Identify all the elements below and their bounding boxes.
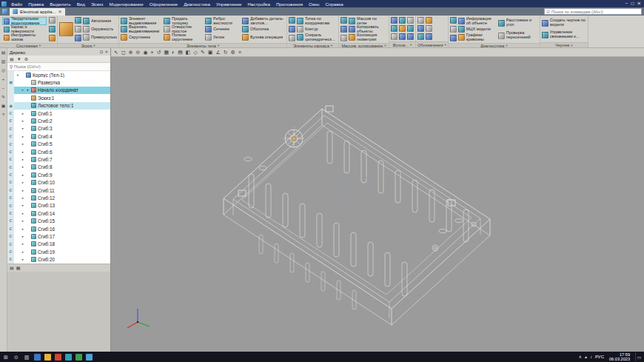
tree-row[interactable]: Є ▸ Сгиб:20 xyxy=(7,255,110,263)
tree-row[interactable]: Є ▸ Сгиб:11 xyxy=(7,187,110,194)
roughness-icon[interactable] xyxy=(426,17,432,24)
menu-window[interactable]: Окно xyxy=(306,1,322,7)
measure-icon[interactable]: ∠ xyxy=(215,50,220,55)
macros-icon[interactable] xyxy=(49,35,56,41)
menu-view[interactable]: Вид xyxy=(74,1,88,7)
update-icon[interactable] xyxy=(49,17,56,24)
tree-close-icon[interactable]: ✕ xyxy=(104,50,108,54)
tree-row-gutter-icon[interactable]: Є xyxy=(7,255,14,263)
spline-icon[interactable] xyxy=(75,17,81,24)
full-fillet-button[interactable]: Полное скругление xyxy=(164,33,204,41)
array-circular-icon[interactable] xyxy=(341,35,347,41)
zoom-all-icon[interactable]: ◉ xyxy=(143,50,147,55)
tree-row[interactable]: Є ▸ Сгиб:18 xyxy=(7,241,110,248)
tree-row[interactable]: Є ▸ Сгиб:6 xyxy=(7,148,110,155)
notification-center-icon[interactable]: ▭ xyxy=(635,352,643,361)
zoom-in-icon[interactable]: ⊕ xyxy=(129,50,133,55)
cut-extrude-button[interactable]: Вырезать выдавливанием xyxy=(121,25,162,33)
tree-row-caret[interactable]: ▸ xyxy=(21,142,25,146)
tree-row[interactable]: Є ▸ Сгиб:19 xyxy=(7,248,110,255)
object-info-button[interactable]: Информация об объекте xyxy=(458,17,497,25)
simple-hole-button[interactable]: Отверстие простое xyxy=(164,25,204,33)
mode-solid-modeling[interactable]: Твердотельное моделирование xyxy=(2,17,47,25)
curvature-graphs-button[interactable]: Графики кривизны xyxy=(458,33,497,41)
tree-row-gutter-icon[interactable]: Є xyxy=(7,164,14,171)
copy-objects-button[interactable]: Копировать объекты xyxy=(349,25,387,33)
tree-row[interactable]: Є ▸ Сгиб:10 xyxy=(7,178,110,186)
draft-button[interactable]: Уклон xyxy=(205,33,241,41)
measure3d-icon[interactable] xyxy=(450,17,457,24)
tree-row[interactable]: ◉ Развертка xyxy=(7,78,110,86)
point-group-icon[interactable] xyxy=(407,17,414,24)
axis-icon[interactable] xyxy=(289,17,295,24)
document-tab[interactable]: Electrical applia... ✕ xyxy=(10,8,65,16)
taskbar-clock[interactable]: 17:59 06.03.2023 xyxy=(607,352,632,361)
menu-manage[interactable]: Управление xyxy=(213,1,244,7)
offset-plane-icon[interactable] xyxy=(391,17,398,24)
tree-search[interactable]: ∇ xyxy=(7,63,110,71)
perspective-icon[interactable]: ◇ xyxy=(193,50,197,55)
point-by-coordinates-button[interactable]: Точка по координатам xyxy=(297,17,337,25)
tree-row-caret[interactable]: ▸ xyxy=(21,165,25,169)
pointer-icon[interactable]: ↖ xyxy=(114,50,118,55)
add-stock-part-button[interactable]: Добавить деталь-заготов... xyxy=(242,17,285,25)
tree-row-caret[interactable]: ▸ xyxy=(21,135,25,138)
pan-icon[interactable]: ⌖ xyxy=(151,50,154,55)
refresh-icon[interactable]: ↻ xyxy=(224,50,228,55)
orientation-icon[interactable]: ▦ xyxy=(164,50,169,55)
tree-row-gutter-icon[interactable]: Є xyxy=(7,155,14,163)
ribbon-section-system[interactable]: Системная▾ xyxy=(0,43,57,47)
tree-row-gutter-icon[interactable]: Є xyxy=(7,117,14,124)
dimension-icon[interactable] xyxy=(417,17,424,24)
tree-filter-icon[interactable]: ▼ xyxy=(17,57,21,61)
tree-row-gutter-icon[interactable]: Є xyxy=(7,210,14,217)
thicken-button[interactable]: Придать толщину xyxy=(164,17,204,25)
tree-pin-icon[interactable]: ⊡ xyxy=(100,50,104,54)
hidden-lines-icon[interactable]: ◧ xyxy=(186,50,191,55)
boolean-button[interactable]: Булева операция xyxy=(242,33,285,41)
help-panel-icon[interactable]: ? xyxy=(2,113,4,117)
settings-icon[interactable]: ⚙ xyxy=(231,50,235,55)
ribbon-section-body[interactable]: Элементы тела▾ xyxy=(119,43,286,47)
app-blue-icon[interactable] xyxy=(34,354,41,361)
tree-row-gutter-icon[interactable]: Є xyxy=(7,232,14,240)
datum-icon[interactable] xyxy=(426,25,432,32)
tree-row[interactable]: Є ▸ Сгиб:14 xyxy=(7,210,110,217)
fillet-button[interactable]: Скругление xyxy=(121,33,162,41)
minimize-icon[interactable]: − xyxy=(625,1,628,7)
control-point-icon[interactable] xyxy=(391,33,398,40)
tree-row-caret[interactable]: ▸ xyxy=(21,235,25,238)
tree-row-caret[interactable]: ▸ xyxy=(21,127,25,130)
tree-row[interactable]: Є ▸ Сгиб:16 xyxy=(7,225,110,232)
tree-row-caret[interactable]: ▸ xyxy=(21,204,25,207)
menu-modeling[interactable]: Моделирование xyxy=(106,1,146,7)
create-sketch-icon[interactable] xyxy=(59,22,73,36)
tree-row-caret[interactable]: ▸ xyxy=(21,158,25,161)
frame-select-icon[interactable]: ◻ xyxy=(121,50,126,55)
spiral-icon[interactable] xyxy=(407,33,414,40)
tree-row-caret[interactable]: ▸ xyxy=(21,112,25,115)
geometry-collection-button[interactable]: Коллекция геометрии xyxy=(349,33,387,41)
tree-row-caret[interactable]: ▸ xyxy=(21,219,25,223)
menu-sketch[interactable]: Эскиз xyxy=(88,1,107,7)
tree-row-gutter-icon[interactable] xyxy=(7,87,14,94)
axis-two-points-icon[interactable] xyxy=(399,17,406,24)
grid-array-button[interactable]: Массив по сетке xyxy=(349,17,387,25)
tree-row[interactable]: Є ▸ Сгиб:15 xyxy=(7,217,110,224)
variables-icon[interactable] xyxy=(49,26,56,33)
network-icon[interactable]: ▴ xyxy=(585,355,587,359)
tab-close-icon[interactable]: ✕ xyxy=(58,9,62,14)
app-red-icon[interactable] xyxy=(55,354,61,361)
viewport-3d[interactable] xyxy=(111,57,644,352)
tree-row[interactable]: ◉ Листовое тело:1 xyxy=(7,102,110,110)
mode-sketch-tools[interactable]: Инструменты эскиза xyxy=(2,33,47,41)
shell-button[interactable]: Оболочка xyxy=(242,25,285,33)
info-icon[interactable] xyxy=(450,35,457,41)
tree-row-gutter-icon[interactable]: Є xyxy=(7,110,14,117)
tree-row-caret[interactable]: ▸ xyxy=(21,196,25,200)
app-folder-icon[interactable] xyxy=(44,354,51,361)
volume-icon[interactable]: ♪ xyxy=(590,355,592,359)
menu-applications[interactable]: Приложения xyxy=(273,1,306,7)
note-icon[interactable] xyxy=(417,33,424,40)
ribbon-section-drawing[interactable]: Чертеж▾ xyxy=(540,42,588,47)
